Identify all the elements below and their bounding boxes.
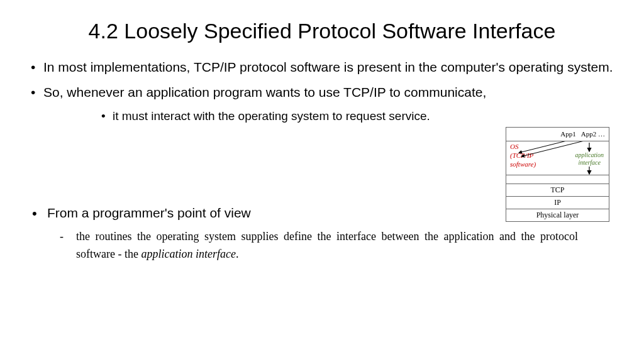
diagram-apps-row: App1 App2 … [506,128,609,141]
diagram-os-label: OS (TCP/IP software) [510,143,536,168]
slide-title: 4.2 Loosely Specified Protocol Software … [28,19,616,43]
main-bullet-list: In most implementations, TCP/IP protocol… [28,58,616,124]
dash-item: the routines the operating system suppli… [28,228,616,263]
diagram-app1: App1 [560,130,575,138]
dash-post: . [236,248,239,260]
pov-bullet: From a programmer's point of view [28,206,616,221]
dash-italic: application interface [141,248,235,260]
bullet-2: So, whenever an application program want… [28,84,616,124]
diagram-ai-l1: application [575,151,604,159]
diagram-ai-label: application interface [575,151,604,167]
diagram-dots: … [598,130,605,138]
diagram-os-l3: software) [510,160,536,169]
diagram-tcp-row: TCP [506,184,609,197]
bullet-1: In most implementations, TCP/IP protocol… [28,58,616,76]
diagram-gap [506,175,609,184]
diagram-os-l2: (TCP/IP [510,151,536,160]
diagram-os-row: OS (TCP/IP software) application interfa… [506,141,609,175]
sub-bullet-1: it must interact with the operating syst… [43,108,616,124]
lower-block: From a programmer's point of view the ro… [28,206,616,263]
bullet-2-text: So, whenever an application program want… [43,85,486,99]
diagram-ai-l2: interface [575,159,604,167]
diagram-app2: App2 [581,130,596,138]
diagram-os-l1: OS [510,143,536,151]
sub-bullet-list: it must interact with the operating syst… [43,108,616,124]
